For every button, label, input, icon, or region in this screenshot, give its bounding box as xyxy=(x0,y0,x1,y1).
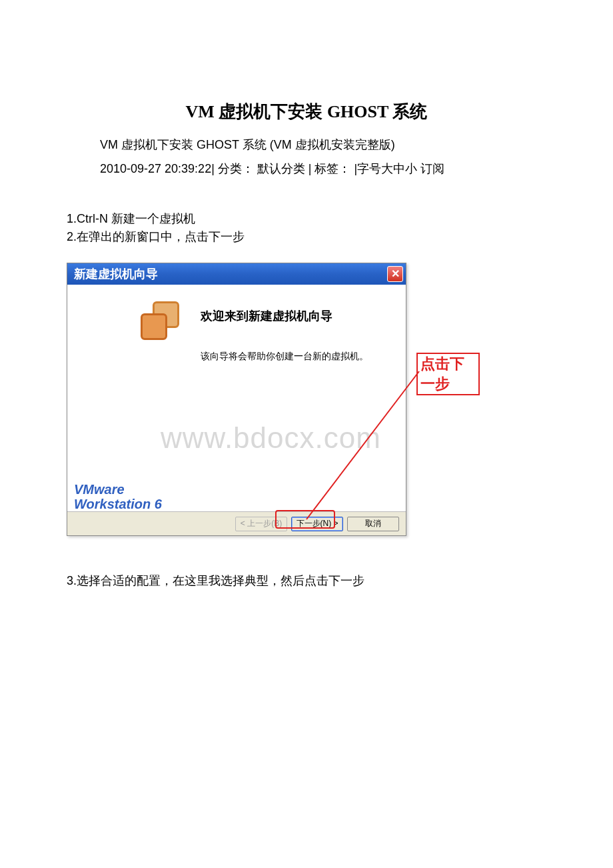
step-3: 3.选择合适的配置，在这里我选择典型，然后点击下一步 xyxy=(0,536,613,589)
annotation-click-next: 点击下一步 xyxy=(416,353,480,395)
next-button[interactable]: 下一步(N) > xyxy=(291,517,343,531)
close-icon[interactable]: ✕ xyxy=(387,266,403,282)
document-subtitle: VM 虚拟机下安装 GHOST 系统 (VM 虚拟机安装完整版) xyxy=(0,137,613,161)
wizard-body: VMware Workstation 6 欢迎来到新建虚拟机向导 该向导将会帮助… xyxy=(67,285,406,511)
vmware-brand-text: VMware Workstation 6 xyxy=(74,482,162,511)
page-title: VM 虚拟机下安装 GHOST 系统 xyxy=(0,0,613,137)
document-metadata: 2010-09-27 20:39:22| 分类： 默认分类 | 标签： |字号大… xyxy=(0,161,613,210)
wizard-window: 新建虚拟机向导 ✕ VMware Workstation 6 欢迎来到新建虚拟机… xyxy=(67,263,406,536)
brand-line-2: Workstation 6 xyxy=(74,497,162,511)
back-button: < 上一步(B) xyxy=(235,517,287,531)
step-1: 1.Ctrl-N 新建一个虚拟机 xyxy=(0,210,613,228)
wizard-screenshot: 新建虚拟机向导 ✕ VMware Workstation 6 欢迎来到新建虚拟机… xyxy=(67,263,480,536)
wizard-description: 该向导将会帮助你创建一台新的虚拟机。 xyxy=(201,351,392,363)
wizard-side-panel: VMware Workstation 6 xyxy=(67,285,191,511)
window-title: 新建虚拟机向导 xyxy=(74,266,158,282)
wizard-content-panel: 欢迎来到新建虚拟机向导 该向导将会帮助你创建一台新的虚拟机。 xyxy=(191,285,406,511)
window-titlebar: 新建虚拟机向导 ✕ xyxy=(67,263,406,285)
wizard-welcome-heading: 欢迎来到新建虚拟机向导 xyxy=(201,308,392,324)
brand-line-1: VMware xyxy=(74,482,162,497)
vmware-logo-icon xyxy=(141,301,184,345)
wizard-button-row: < 上一步(B) 下一步(N) > 取消 xyxy=(67,511,406,535)
cancel-button[interactable]: 取消 xyxy=(347,517,399,531)
step-2: 2.在弹出的新窗口中，点击下一步 xyxy=(0,228,613,246)
